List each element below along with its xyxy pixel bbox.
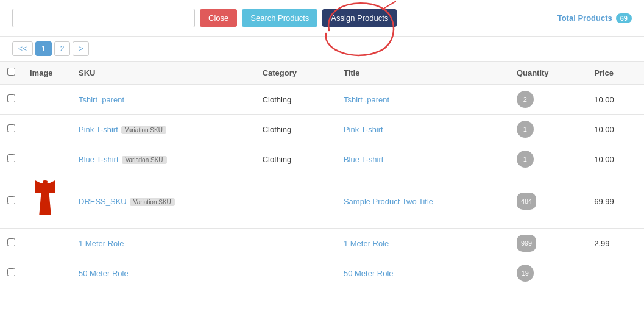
pagination: << 1 2 >	[0, 37, 644, 62]
td-image	[23, 258, 71, 288]
table-row: 50 Meter Role50 Meter Role19	[0, 258, 644, 288]
td-sku: DRESS_SKUVariation SKU	[71, 174, 255, 229]
th-category: Category	[255, 62, 336, 84]
td-title: 50 Meter Role	[336, 258, 509, 288]
td-sku: 50 Meter Role	[71, 258, 255, 288]
td-sku: 1 Meter Role	[71, 229, 255, 258]
title-link[interactable]: Tshirt .parent	[344, 95, 389, 104]
row-checkbox-1[interactable]	[7, 94, 15, 102]
td-price: 10.00	[587, 144, 644, 174]
th-sku: SKU	[71, 62, 255, 84]
pagination-page-1[interactable]: 1	[35, 41, 52, 56]
toolbar: Close Search Products Assign Products To…	[0, 0, 644, 37]
td-title: 1 Meter Role	[336, 229, 509, 258]
td-image	[23, 229, 71, 258]
td-quantity: 1	[509, 115, 587, 144]
quantity-badge: 999	[517, 235, 536, 252]
select-all-checkbox[interactable]	[7, 68, 15, 76]
total-products-label: Total Products	[557, 13, 612, 23]
sku-value: DRESS_SKU	[79, 197, 127, 206]
td-checkbox	[0, 258, 23, 288]
td-category	[255, 229, 336, 258]
sku-value: Pink T-shirt	[79, 125, 118, 134]
variation-badge: Variation SKU	[130, 198, 175, 206]
search-input[interactable]	[12, 9, 195, 27]
table-row: 1 Meter Role1 Meter Role9992.99	[0, 229, 644, 258]
td-sku: Pink T-shirtVariation SKU	[71, 115, 255, 144]
td-price: 10.00	[587, 84, 644, 115]
td-title: Tshirt .parent	[336, 84, 509, 115]
td-quantity: 484	[509, 174, 587, 229]
td-category	[255, 174, 336, 229]
td-price: 2.99	[587, 229, 644, 258]
td-price: 69.99	[587, 174, 644, 229]
svg-marker-2	[35, 180, 41, 193]
td-title: Blue T-shirt	[336, 144, 509, 174]
td-checkbox	[0, 115, 23, 144]
td-image	[23, 115, 71, 144]
sku-value: Tshirt .parent	[79, 95, 124, 104]
td-image	[23, 174, 71, 229]
close-button[interactable]: Close	[200, 9, 237, 27]
row-checkbox-5[interactable]	[7, 238, 15, 246]
sku-value: 1 Meter Role	[79, 239, 124, 248]
table-row: Blue T-shirtVariation SKUClothingBlue T-…	[0, 144, 644, 174]
pagination-next[interactable]: >	[73, 41, 89, 56]
svg-point-4	[43, 180, 48, 183]
th-price: Price	[587, 62, 644, 84]
td-checkbox	[0, 174, 23, 229]
row-checkbox-3[interactable]	[7, 154, 15, 162]
row-checkbox-2[interactable]	[7, 124, 15, 132]
svg-line-0	[383, 0, 396, 9]
th-select-all	[0, 62, 23, 84]
variation-badge: Variation SKU	[122, 156, 167, 164]
td-quantity: 1	[509, 144, 587, 174]
sku-value: Blue T-shirt	[79, 155, 119, 164]
td-category: Clothing	[255, 84, 336, 115]
title-link[interactable]: 1 Meter Role	[344, 239, 389, 248]
td-category: Clothing	[255, 115, 336, 144]
sku-value: 50 Meter Role	[79, 269, 129, 278]
quantity-badge: 2	[517, 91, 534, 108]
table-header-row: Image SKU Category Title Quantity Price	[0, 62, 644, 84]
pagination-first[interactable]: <<	[12, 41, 33, 56]
td-quantity: 2	[509, 84, 587, 115]
quantity-badge: 19	[517, 265, 534, 282]
table-row: DRESS_SKUVariation SKUSample Product Two…	[0, 174, 644, 229]
total-products-badge: 69	[616, 13, 632, 23]
pagination-page-2[interactable]: 2	[54, 41, 71, 56]
th-image: Image	[23, 62, 71, 84]
th-title: Title	[336, 62, 509, 84]
td-price: 10.00	[587, 115, 644, 144]
td-category	[255, 258, 336, 288]
title-link[interactable]: Pink T-shirt	[344, 125, 383, 134]
title-link[interactable]: Blue T-shirt	[344, 155, 384, 164]
td-title: Sample Product Two Title	[336, 174, 509, 229]
table-row: Tshirt .parentClothingTshirt .parent210.…	[0, 84, 644, 115]
variation-badge: Variation SKU	[121, 126, 166, 134]
quantity-badge: 1	[517, 121, 534, 138]
quantity-badge: 484	[517, 193, 536, 210]
products-table: Image SKU Category Title Quantity Price …	[0, 62, 644, 288]
td-sku: Tshirt .parent	[71, 84, 255, 115]
td-checkbox	[0, 144, 23, 174]
td-image	[23, 144, 71, 174]
td-category: Clothing	[255, 144, 336, 174]
td-quantity: 999	[509, 229, 587, 258]
row-checkbox-6[interactable]	[7, 268, 15, 276]
title-link[interactable]: 50 Meter Role	[344, 269, 394, 278]
td-title: Pink T-shirt	[336, 115, 509, 144]
td-sku: Blue T-shirtVariation SKU	[71, 144, 255, 174]
total-products: Total Products 69	[557, 13, 632, 23]
td-image	[23, 84, 71, 115]
quantity-badge: 1	[517, 151, 534, 168]
td-price	[587, 258, 644, 288]
assign-products-button[interactable]: Assign Products	[322, 9, 397, 27]
title-link[interactable]: Sample Product Two Title	[344, 197, 433, 206]
td-checkbox	[0, 84, 23, 115]
td-quantity: 19	[509, 258, 587, 288]
row-checkbox-4[interactable]	[7, 196, 15, 204]
dress-icon	[30, 180, 60, 220]
td-checkbox	[0, 229, 23, 258]
search-products-button[interactable]: Search Products	[242, 9, 317, 27]
